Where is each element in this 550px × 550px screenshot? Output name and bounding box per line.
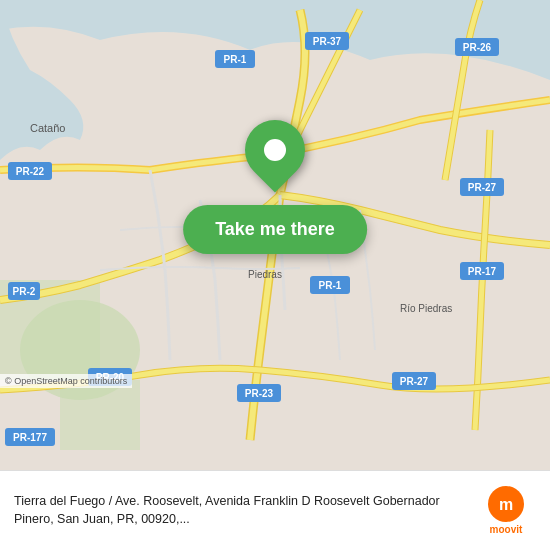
svg-text:Piedras: Piedras: [248, 269, 282, 280]
svg-text:Río Piedras: Río Piedras: [400, 303, 452, 314]
svg-text:PR-1: PR-1: [319, 280, 342, 291]
svg-text:m: m: [499, 496, 513, 513]
svg-text:PR-27: PR-27: [400, 376, 429, 387]
location-description: Tierra del Fuego / Ave. Roosevelt, Aveni…: [14, 493, 466, 528]
svg-text:PR-177: PR-177: [13, 432, 47, 443]
map-container: PR-1 PR-37 PR-26 PR-22 PR-27 PR-2 PR-1 P…: [0, 0, 550, 470]
svg-text:PR-37: PR-37: [313, 36, 342, 47]
svg-text:PR-26: PR-26: [463, 42, 492, 53]
svg-text:PR-22: PR-22: [16, 166, 45, 177]
moovit-icon: m: [488, 486, 524, 522]
svg-text:PR-1: PR-1: [224, 54, 247, 65]
svg-text:PR-17: PR-17: [468, 266, 497, 277]
location-pin: [245, 120, 305, 180]
svg-text:PR-2: PR-2: [13, 286, 36, 297]
moovit-label: moovit: [490, 524, 523, 535]
bottom-bar: Tierra del Fuego / Ave. Roosevelt, Aveni…: [0, 470, 550, 550]
svg-rect-3: [60, 380, 140, 450]
moovit-logo[interactable]: m moovit: [476, 486, 536, 535]
svg-text:PR-23: PR-23: [245, 388, 274, 399]
osm-attribution: © OpenStreetMap contributors: [0, 374, 132, 388]
svg-text:PR-27: PR-27: [468, 182, 497, 193]
take-me-there-button[interactable]: Take me there: [183, 205, 367, 254]
svg-text:Cataño: Cataño: [30, 122, 65, 134]
